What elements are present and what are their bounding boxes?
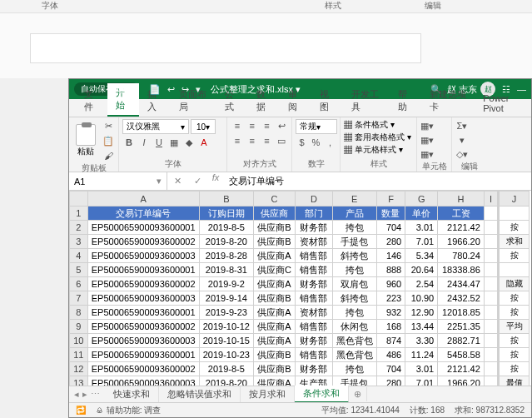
table-cell[interactable]: 2121.42 xyxy=(438,221,485,235)
table-cell[interactable]: 斜挎包 xyxy=(332,249,376,263)
table-cell[interactable]: 财务部 xyxy=(295,362,332,376)
tab-pagelayout[interactable]: 页面布局 xyxy=(171,85,217,117)
table-cell[interactable]: EP500065900093600002 xyxy=(87,235,199,249)
table-cell[interactable]: 供应商A xyxy=(253,320,295,334)
table-cell[interactable]: 销售部 xyxy=(295,348,332,362)
comma-icon[interactable]: , xyxy=(324,136,336,149)
col-header[interactable]: E xyxy=(332,192,376,207)
tab-review[interactable]: 审阅 xyxy=(280,85,311,117)
table-cell[interactable]: EP500065900093600003 xyxy=(87,291,199,306)
autosum-icon[interactable]: Σ▾ xyxy=(455,119,469,132)
conditional-format-button[interactable]: ▦ 条件格式 ▾ xyxy=(344,119,413,131)
table-cell[interactable]: 财务部 xyxy=(295,277,332,291)
table-cell[interactable]: EP500065900093600001 xyxy=(87,306,199,320)
table-cell[interactable]: 2019-10-15 xyxy=(199,334,253,348)
table-cell[interactable]: 资材部 xyxy=(295,306,332,320)
formula-bar[interactable]: 交易订单编号 xyxy=(224,172,531,190)
table-cell[interactable]: 5458.58 xyxy=(438,348,485,362)
qat-more-icon[interactable]: ▾ xyxy=(196,84,201,95)
row-header[interactable]: 6 xyxy=(70,277,88,291)
row-header[interactable]: 12 xyxy=(70,362,88,376)
table-cell[interactable]: 销售部 xyxy=(295,320,332,334)
table-cell[interactable]: 10.90 xyxy=(405,291,438,306)
table-cell[interactable]: 资材部 xyxy=(295,235,332,249)
table-format-button[interactable]: ▦ 套用表格格式 ▾ xyxy=(344,132,413,143)
table-cell[interactable]: 146 xyxy=(376,249,405,263)
table-cell[interactable]: 12018.85 xyxy=(438,306,485,320)
italic-icon[interactable]: I xyxy=(137,136,151,149)
table-cell[interactable]: 挎包 xyxy=(332,263,376,277)
cell-styles-button[interactable]: ▦ 单元格样式 ▾ xyxy=(344,144,413,156)
col-header[interactable]: F xyxy=(376,192,405,207)
table-cell[interactable]: EP500065900093600003 xyxy=(87,334,199,348)
table-cell[interactable]: 挎包 xyxy=(332,221,376,235)
table-cell[interactable]: 2019-9-2 xyxy=(199,277,253,291)
align-center-icon[interactable]: ≡ xyxy=(246,134,259,147)
align-bottom-icon[interactable]: ≡ xyxy=(261,119,274,132)
table-cell[interactable]: 供应商B xyxy=(253,291,295,306)
row-header[interactable]: 7 xyxy=(70,291,88,306)
align-middle-icon[interactable]: ≡ xyxy=(246,119,259,132)
sheet-tab-3[interactable]: 按月求和 xyxy=(241,386,295,402)
format-painter-icon[interactable]: 🖌 xyxy=(102,149,115,162)
sheet-prev-icon[interactable]: ◂ xyxy=(74,389,79,400)
table-cell[interactable]: 供应商B xyxy=(253,235,295,249)
table-cell[interactable]: EP500065900093600001 xyxy=(87,221,199,235)
table-cell[interactable]: 13.44 xyxy=(405,320,438,334)
table-cell[interactable]: 11.24 xyxy=(405,348,438,362)
table-cell[interactable]: 874 xyxy=(376,334,405,348)
table-cell[interactable]: 2019-8-31 xyxy=(199,263,253,277)
table-cell[interactable]: 黑色背包 xyxy=(332,348,376,362)
row-header[interactable]: 3 xyxy=(70,235,88,249)
table-cell[interactable]: 2.54 xyxy=(405,277,438,291)
col-header[interactable]: D xyxy=(295,192,332,207)
tab-file[interactable]: 文件 xyxy=(76,85,107,117)
sheet-menu-icon[interactable]: ⋯ xyxy=(91,389,100,400)
table-cell[interactable]: 2432.52 xyxy=(438,291,485,306)
table-cell[interactable]: EP500065900093600002 xyxy=(87,277,199,291)
table-cell[interactable]: 223 xyxy=(376,291,405,306)
fill-color-icon[interactable]: ◆ xyxy=(182,136,196,149)
tab-help[interactable]: 帮助 xyxy=(390,85,421,117)
tab-custom[interactable]: 新建选项卡 xyxy=(421,85,475,117)
table-cell[interactable]: 2121.42 xyxy=(438,362,485,376)
summary-table[interactable]: J按求和按隐藏按按平均按按按最值最区 xyxy=(499,191,530,402)
sheet-next-icon[interactable]: ▸ xyxy=(82,389,87,400)
table-header-cell[interactable]: 交易订单编号 xyxy=(87,207,199,221)
wrap-text-icon[interactable]: ↩ xyxy=(275,119,288,132)
sheet-tab-1[interactable]: 快速求和 xyxy=(105,386,159,402)
confirm-formula-icon[interactable]: ✓ xyxy=(194,176,201,187)
mode-icon[interactable]: 🔁 xyxy=(76,406,86,415)
cut-icon[interactable]: ✂ xyxy=(102,119,115,132)
delete-cells-icon[interactable]: ▦▾ xyxy=(420,133,434,147)
percent-icon[interactable]: % xyxy=(310,136,322,149)
align-top-icon[interactable]: ≡ xyxy=(231,119,244,132)
table-cell[interactable]: 704 xyxy=(376,362,405,376)
table-cell[interactable]: 780.24 xyxy=(438,249,485,263)
table-cell[interactable]: 销售部 xyxy=(295,249,332,263)
font-size-select[interactable]: 10 ▾ xyxy=(191,119,216,134)
row-header[interactable]: 2 xyxy=(70,221,88,235)
col-header[interactable]: A xyxy=(87,192,199,207)
row-header[interactable]: 11 xyxy=(70,348,88,362)
col-header[interactable]: G xyxy=(405,192,438,207)
table-cell[interactable]: 2019-10-23 xyxy=(199,348,253,362)
table-cell[interactable]: 销售部 xyxy=(295,291,332,306)
worksheet-area[interactable]: ABCDEFGHI1交易订单编号订购日期供应商部门产品数量单价工资2EP5000… xyxy=(69,191,531,402)
table-cell[interactable]: 18338.86 xyxy=(438,263,485,277)
table-cell[interactable]: 2434.47 xyxy=(438,277,485,291)
sheet-tab-2[interactable]: 忽略错误值求和 xyxy=(159,386,241,402)
table-cell[interactable]: 斜挎包 xyxy=(332,291,376,306)
table-cell[interactable]: 财务部 xyxy=(295,334,332,348)
col-header[interactable]: C xyxy=(253,192,295,207)
fill-icon[interactable]: ▾ xyxy=(455,133,469,147)
table-cell[interactable]: 2882.71 xyxy=(438,334,485,348)
table-header-cell[interactable]: 数量 xyxy=(376,207,405,221)
table-cell[interactable]: 3.30 xyxy=(405,334,438,348)
table-cell[interactable]: 休闲包 xyxy=(332,320,376,334)
redo-icon[interactable]: ↪ xyxy=(181,84,189,95)
table-cell[interactable]: 2019-8-20 xyxy=(199,235,253,249)
bold-icon[interactable]: B xyxy=(122,136,136,149)
table-cell[interactable]: 20.64 xyxy=(405,263,438,277)
table-cell[interactable]: 供应商A xyxy=(253,277,295,291)
